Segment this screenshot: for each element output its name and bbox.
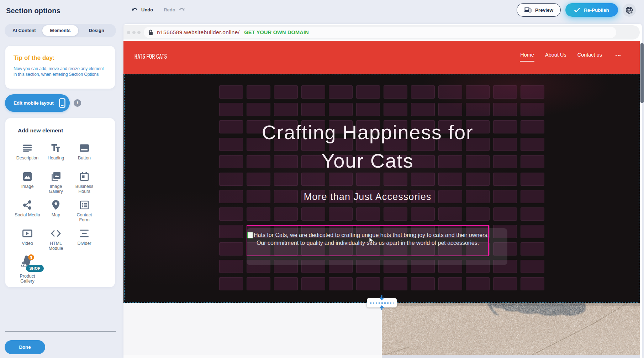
element-social-media[interactable]: Social Media — [13, 194, 42, 223]
element-image[interactable]: Image — [13, 166, 42, 194]
nav-about-us[interactable]: About Us — [545, 52, 566, 62]
next-section-image[interactable] — [382, 303, 640, 355]
check-icon — [574, 8, 580, 12]
edit-mobile-label: Edit mobile layout — [14, 100, 54, 106]
description-icon — [23, 143, 32, 154]
hero-tile — [521, 207, 544, 221]
editor-scrollbar-thumb[interactable] — [640, 43, 644, 103]
hero-tile — [493, 155, 517, 168]
hero-tile — [329, 85, 353, 99]
hero-tile — [356, 277, 380, 290]
page-title: Section options — [6, 7, 60, 15]
redo-icon — [178, 7, 185, 12]
mobile-phone-icon — [59, 98, 65, 108]
republish-button[interactable]: Re-Publish — [565, 3, 618, 17]
get-domain-link[interactable]: GET YOUR OWN DOMAIN — [244, 30, 309, 35]
language-globe-button[interactable] — [623, 4, 636, 17]
hero-tile — [521, 120, 544, 133]
hero-tile — [274, 85, 298, 99]
button-icon — [80, 144, 89, 153]
element-label: Divider — [72, 241, 97, 246]
site-header[interactable]: HATS FOR CATS Home About Us Contact us — [123, 41, 640, 74]
hero-tile — [219, 85, 243, 99]
section-selection-border-right — [639, 74, 639, 303]
hero-tile — [521, 85, 544, 99]
social-media-icon — [23, 200, 32, 211]
hero-tile — [521, 103, 544, 116]
element-image-gallery[interactable]: Image Gallery — [42, 166, 70, 194]
hero-tile — [521, 225, 544, 238]
site-preview-canvas: n1566589.websitebuilder.online/ GET YOUR… — [123, 24, 642, 358]
element-button[interactable]: Button — [70, 137, 99, 166]
pavement-texture — [382, 303, 640, 355]
hero-tile — [219, 277, 243, 290]
hero-tile — [301, 103, 325, 116]
hero-tile — [493, 207, 517, 221]
selected-text-element[interactable]: Hats for Cats, we are dedicated to craft… — [247, 225, 489, 256]
element-label: Contact Form — [72, 213, 97, 222]
hero-tile — [493, 138, 517, 151]
hero-tile — [219, 173, 243, 186]
preview-button[interactable]: Preview — [517, 3, 561, 17]
add-element-panel: Add new element Description — [5, 118, 115, 287]
hero-tile — [247, 85, 270, 99]
element-product-gallery[interactable]: SHOP Product Gallery — [13, 251, 42, 280]
hero-section[interactable]: Crafting Happiness for Your Cats More th… — [123, 74, 640, 303]
hero-tile — [247, 103, 270, 116]
element-html-module[interactable]: HTML Module — [42, 223, 70, 251]
browser-chrome-bar: n1566589.websitebuilder.online/ GET YOUR… — [123, 25, 640, 40]
tip-body-line2: in this section, when entering Section O… — [14, 72, 104, 77]
done-button[interactable]: Done — [5, 340, 45, 354]
tab-elements[interactable]: Elements — [42, 25, 79, 36]
element-resize-handle[interactable] — [247, 232, 253, 238]
hero-tile — [356, 103, 380, 116]
tab-design[interactable]: Design — [78, 25, 115, 36]
sidebar-divider — [5, 331, 116, 332]
redo-button[interactable]: Redo — [164, 7, 185, 12]
nav-contact-us[interactable]: Contact us — [577, 52, 602, 62]
element-business-hours[interactable]: Business Hours — [70, 166, 99, 194]
element-contact-form[interactable]: Contact Form — [70, 194, 99, 223]
section-resize-dashes — [370, 302, 394, 304]
globe-icon — [625, 6, 633, 14]
section-selection-border-left — [124, 74, 125, 303]
hero-tile — [411, 277, 435, 290]
image-gallery-icon — [51, 172, 61, 183]
element-divider[interactable]: Divider — [70, 223, 99, 251]
edit-mobile-layout-button[interactable]: Edit mobile layout — [5, 94, 70, 112]
hero-tile — [219, 190, 243, 203]
lock-icon — [148, 30, 153, 35]
site-logo[interactable]: HATS FOR CATS — [134, 52, 167, 60]
hero-tile — [219, 260, 243, 273]
next-section-left[interactable] — [123, 303, 382, 355]
hero-tile — [356, 207, 380, 221]
hero-subheading[interactable]: More than Just Accessories — [247, 191, 489, 202]
browser-url-bar[interactable]: n1566589.websitebuilder.online/ GET YOUR… — [144, 27, 616, 38]
element-map[interactable]: Map — [42, 194, 70, 223]
hero-tile — [411, 103, 435, 116]
preview-label: Preview — [535, 7, 553, 13]
hero-tile — [438, 207, 462, 221]
section-resize-handle[interactable] — [367, 298, 397, 307]
hero-paragraph-line2: Our commitment to quality and individual… — [247, 239, 488, 247]
hero-tile — [438, 277, 462, 290]
element-heading[interactable]: Heading — [42, 137, 70, 166]
hero-heading[interactable]: Crafting Happiness for Your Cats — [247, 118, 489, 175]
undo-label: Undo — [141, 7, 153, 12]
element-video[interactable]: Video — [13, 223, 42, 251]
nav-more-icon[interactable] — [616, 55, 621, 59]
tab-ai-content[interactable]: AI Content — [6, 25, 42, 36]
element-description[interactable]: Description — [13, 137, 42, 166]
hero-tile — [384, 207, 407, 221]
add-element-title: Add new element — [18, 127, 63, 134]
hero-tile — [493, 120, 517, 133]
hero-tile — [219, 138, 243, 151]
undo-button[interactable]: Undo — [132, 7, 153, 12]
shop-badge: SHOP — [26, 265, 44, 272]
nav-home[interactable]: Home — [520, 52, 534, 62]
hero-paragraph[interactable]: Hats for Cats, we are dedicated to craft… — [247, 231, 488, 247]
hero-tile — [301, 207, 325, 221]
map-icon — [52, 200, 60, 211]
info-icon[interactable]: i — [74, 99, 81, 107]
hero-tile — [301, 85, 325, 99]
